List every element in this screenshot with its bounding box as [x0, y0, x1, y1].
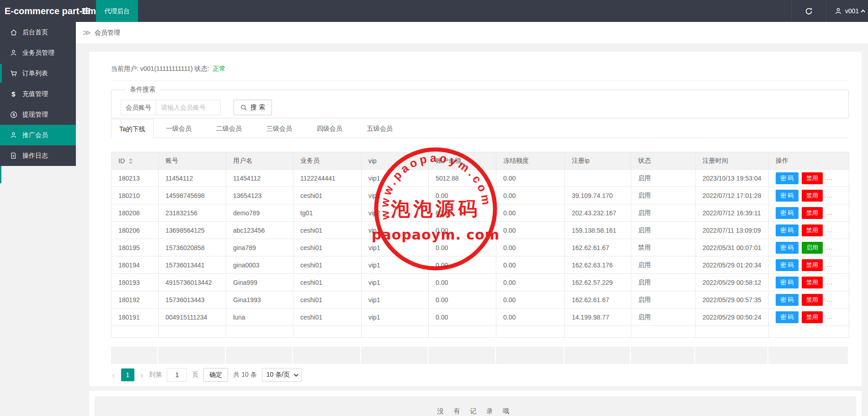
- table-cell: 0.00: [496, 222, 565, 239]
- tab-3[interactable]: 三级会员: [254, 119, 304, 138]
- sidebar-item-2[interactable]: 订单列表: [0, 63, 76, 84]
- column-header-label: ID: [118, 157, 125, 165]
- search-legend: 条件搜索: [125, 85, 160, 94]
- password-button[interactable]: 密 码: [776, 207, 799, 219]
- table-cell: 162.62.61.67: [565, 291, 631, 309]
- disable-button[interactable]: 禁用: [802, 224, 823, 236]
- table-cell: 2022/05/29 00:50:24: [696, 309, 769, 326]
- actions-cell: 密 码禁用...: [769, 204, 849, 222]
- member-account-input[interactable]: [156, 100, 221, 115]
- column-header: ID: [112, 152, 159, 170]
- more-actions-button[interactable]: ...: [826, 226, 833, 234]
- password-button[interactable]: 密 码: [776, 172, 799, 184]
- more-actions-button[interactable]: ...: [826, 296, 833, 303]
- sidebar-item-0[interactable]: 后台首页: [0, 22, 76, 43]
- disable-button[interactable]: 禁用: [802, 259, 823, 271]
- more-actions-button[interactable]: ...: [826, 278, 833, 286]
- password-button[interactable]: 密 码: [776, 224, 799, 236]
- table-cell: 180192: [112, 291, 159, 309]
- table-cell: 0.00: [496, 256, 565, 274]
- more-actions-button[interactable]: ...: [826, 244, 833, 251]
- goto-page-input[interactable]: [167, 368, 187, 382]
- search-button[interactable]: 搜 索: [234, 100, 272, 115]
- more-actions-button[interactable]: ...: [826, 192, 833, 199]
- column-header: 业务员: [293, 152, 362, 170]
- column-header: 用户名: [226, 152, 293, 170]
- disable-button[interactable]: 禁用: [802, 190, 823, 202]
- sidebar-toggle-button[interactable]: [76, 0, 96, 22]
- password-button[interactable]: 密 码: [776, 190, 799, 202]
- more-actions-button[interactable]: ...: [826, 261, 833, 268]
- sidebar-item-6[interactable]: 操作日志: [0, 145, 76, 166]
- confirm-page-button[interactable]: 确定: [203, 368, 228, 382]
- sidebar-item-4[interactable]: $提现管理: [0, 104, 76, 125]
- table-row: 1802101459874569813654123ceshi01vip10.00…: [112, 187, 849, 204]
- actions-cell: 密 码禁用...: [769, 256, 849, 274]
- sidebar-item-label: 推广会员: [22, 131, 48, 139]
- table-cell: 162.62.63.176: [565, 256, 631, 274]
- disable-button[interactable]: 禁用: [802, 294, 823, 306]
- table-row: 180208231832156demo789tg01vip260.000.002…: [112, 204, 849, 222]
- disable-button[interactable]: 禁用: [802, 277, 823, 288]
- user-menu[interactable]: v001: [826, 0, 868, 22]
- column-header: vip: [362, 152, 429, 170]
- table-cell: 启用: [631, 291, 696, 309]
- table-cell: 0.00: [496, 187, 565, 204]
- table-cell: ceshi01: [293, 274, 362, 291]
- actions-cell: 密 码禁用...: [769, 309, 849, 326]
- current-page-button[interactable]: 1: [121, 368, 134, 381]
- username-label: v001: [845, 7, 859, 15]
- table-row: 18019515736020858gina789ceshi01vip10.000…: [112, 239, 849, 256]
- more-actions-button[interactable]: ...: [826, 174, 833, 181]
- table-cell: ceshi01: [293, 187, 362, 204]
- table-cell: 159.138.58.161: [565, 222, 631, 239]
- tab-4[interactable]: 四级会员: [304, 119, 355, 138]
- tab-0[interactable]: Ta的下线: [111, 119, 154, 138]
- more-actions-button[interactable]: ...: [826, 313, 833, 320]
- prev-page-button[interactable]: ‹: [111, 368, 116, 381]
- tab-2[interactable]: 二级会员: [204, 119, 254, 138]
- page-size-value: 10 条/页: [266, 371, 290, 379]
- sidebar-item-1[interactable]: 业务员管理: [0, 43, 76, 63]
- table-cell: 13698564125: [159, 222, 226, 239]
- table-cell: 0.00: [496, 204, 565, 222]
- current-user-label: 当前用户: v001(11111111111) 状态:: [111, 65, 209, 72]
- table-cell: vip1: [362, 239, 429, 256]
- disable-button[interactable]: 禁用: [802, 207, 823, 219]
- sidebar-item-3[interactable]: $充值管理: [0, 84, 76, 104]
- column-header-label: 操作: [776, 157, 788, 164]
- password-button[interactable]: 密 码: [776, 311, 799, 323]
- sidebar-item-label: 业务员管理: [22, 49, 54, 57]
- table-cell: ceshi01: [293, 309, 362, 326]
- home-icon: [10, 29, 17, 36]
- more-actions-button[interactable]: ...: [826, 209, 833, 216]
- table-cell: 0.00: [496, 239, 565, 256]
- sidebar-item-5[interactable]: 推广会员: [0, 125, 76, 145]
- password-button[interactable]: 密 码: [776, 259, 799, 271]
- table-cell: vip1: [362, 309, 429, 326]
- next-page-button[interactable]: ›: [139, 368, 144, 381]
- refresh-button[interactable]: [791, 0, 826, 22]
- password-button[interactable]: 密 码: [776, 294, 799, 306]
- enable-button[interactable]: 启用: [802, 242, 823, 254]
- password-button[interactable]: 密 码: [776, 242, 799, 254]
- password-button[interactable]: 密 码: [776, 277, 799, 288]
- search-icon: [240, 104, 247, 111]
- sidebar-item-label: 提现管理: [22, 111, 48, 119]
- search-fieldset: 条件搜索 会员账号 搜 索: [111, 85, 849, 118]
- sort-icon[interactable]: [129, 158, 133, 164]
- summary-cell: [631, 347, 694, 364]
- table-cell: 231832156: [159, 204, 226, 222]
- table-cell: 15736020858: [159, 239, 226, 256]
- page-size-select[interactable]: 10 条/页: [262, 368, 302, 382]
- tab-5[interactable]: 五级会员: [355, 119, 405, 138]
- menu-icon: [82, 7, 90, 15]
- disable-button[interactable]: 禁用: [802, 172, 823, 184]
- table-cell: 11454112: [226, 170, 293, 187]
- disable-button[interactable]: 禁用: [802, 311, 823, 323]
- table-cell: Gina999: [226, 274, 293, 291]
- table-cell: 180206: [112, 222, 159, 239]
- top-nav-tab-agent[interactable]: 代理后台: [96, 0, 138, 22]
- tab-1[interactable]: 一级会员: [154, 119, 204, 138]
- table-cell: 11454112: [159, 170, 226, 187]
